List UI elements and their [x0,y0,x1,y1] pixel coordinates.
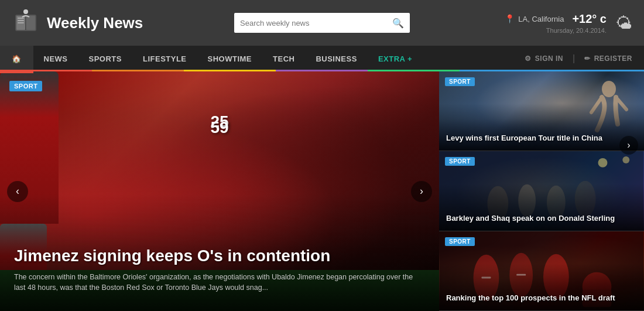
search-input[interactable] [240,19,392,28]
location-row: 📍 LA, California +12° c [505,12,607,26]
sign-in-label: SIGN IN [535,54,563,63]
svg-point-10 [598,158,608,168]
sidebar-next-button[interactable]: › [619,136,638,155]
svg-point-8 [602,81,616,97]
header: Weekly News 🔍 📍 LA, California +12° c Th… [0,0,644,46]
hero-text: Jimenez signing keeps O's in contention … [14,246,425,293]
weather-icon: 🌤 [616,13,632,33]
nav-item-showtime[interactable]: SHOWTIME [197,46,263,71]
location-name: LA, California [518,15,564,23]
location-pin-icon: 📍 [505,14,515,23]
search-area: 🔍 [176,13,468,33]
svg-rect-5 [18,20,24,21]
nav-item-extra[interactable]: EXTRA + [368,46,423,71]
hero-sport-badge: SPORT [9,81,42,91]
temperature: +12° c [572,12,607,26]
hero-excerpt: The concern within the Baltimore Orioles… [14,272,425,294]
hero-slider: 25 59 SPORT Jimenez signing keeps O's in… [0,71,439,311]
sidebar: SPORT Levy wins first European Tour titl… [439,71,644,311]
sign-in-button[interactable]: ⚙ SIGN IN [525,54,563,63]
slider-next-button[interactable]: › [411,181,432,202]
edit-icon: ✏ [584,54,591,63]
logo-area: Weekly News [12,9,176,37]
nav-right: ⚙ SIGN IN | ✏ REGISTER [513,46,644,71]
search-box: 🔍 [234,13,410,33]
svg-rect-6 [18,22,24,23]
nav-items: 🏠 NEWS SPORTS LIFESTYLE SHOWTIME TECH BU… [0,46,513,71]
svg-point-11 [622,156,629,163]
sidebar-card-1-overlay [439,104,644,151]
nav-item-home[interactable]: 🏠 [0,46,33,71]
svg-rect-2 [26,16,35,30]
hero-title: Jimenez signing keeps O's in contention [14,246,425,266]
card-3-title: Ranking the top 100 prospects in the NFL… [446,293,637,303]
logo-icon [12,9,40,37]
svg-rect-4 [18,18,24,19]
gear-icon: ⚙ [525,54,532,63]
card-2-title: Barkley and Shaq speak on on Donald Ster… [446,214,637,224]
nav-item-news[interactable]: NEWS [33,46,78,71]
nav-item-lifestyle[interactable]: LIFESTYLE [132,46,197,71]
sidebar-card-2-overlay [439,184,644,231]
nav-item-tech[interactable]: TECH [262,46,305,71]
search-button[interactable]: 🔍 [392,18,404,29]
location-info: 📍 LA, California +12° c Thursday, 20.4.2… [505,12,607,34]
card-2-badge: SPORT [445,157,475,166]
card-3-badge: SPORT [445,237,475,246]
card-1-title: Levy wins first European Tour title in C… [446,134,637,143]
slider-prev-button[interactable]: ‹ [7,181,28,202]
sidebar-card-2[interactable]: SPORT Barkley and Shaq speak on on Donal… [439,151,644,231]
svg-point-7 [23,9,28,14]
sidebar-card-1[interactable]: SPORT Levy wins first European Tour titl… [439,71,644,151]
main-content: 25 59 SPORT Jimenez signing keeps O's in… [0,71,644,311]
nav-bar: 🏠 NEWS SPORTS LIFESTYLE SHOWTIME TECH BU… [0,46,644,71]
register-label: REGISTER [594,54,632,63]
register-button[interactable]: ✏ REGISTER [584,54,632,63]
logo-text: Weekly News [47,14,143,32]
sidebar-card-3[interactable]: SPORT Ranking the top 100 prospects in t… [439,231,644,311]
nav-divider: | [573,53,575,64]
nav-item-business[interactable]: BUSINESS [305,46,367,71]
sidebar-card-3-overlay [439,264,644,310]
weather-area: 📍 LA, California +12° c Thursday, 20.4.2… [468,12,632,34]
card-1-badge: SPORT [445,77,475,86]
nav-item-sports[interactable]: SPORTS [78,46,132,71]
date-text: Thursday, 20.4.2014. [546,27,607,34]
